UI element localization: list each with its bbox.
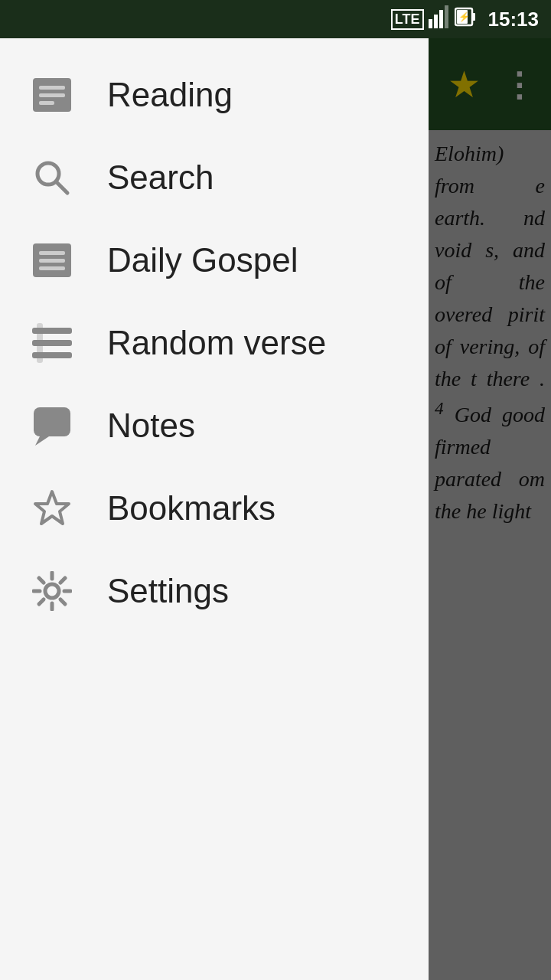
svg-rect-0 bbox=[429, 19, 432, 28]
svg-marker-15 bbox=[35, 436, 49, 446]
svg-marker-16 bbox=[35, 492, 69, 524]
navigation-drawer: Reading Search Daily Gospel bbox=[0, 38, 429, 980]
svg-rect-3 bbox=[445, 5, 448, 28]
svg-line-23 bbox=[60, 599, 65, 604]
sidebar-item-random-verse[interactable]: Random verse bbox=[0, 302, 429, 384]
chat-icon bbox=[31, 404, 73, 447]
daily-gospel-label: Daily Gospel bbox=[107, 241, 298, 279]
svg-point-17 bbox=[45, 584, 59, 598]
svg-rect-13 bbox=[37, 323, 43, 363]
battery-icon: ⚡ bbox=[455, 5, 476, 33]
bookmarks-label: Bookmarks bbox=[107, 489, 276, 528]
sidebar-item-bookmarks[interactable]: Bookmarks bbox=[0, 467, 429, 550]
random-verse-label: Random verse bbox=[107, 324, 326, 362]
svg-rect-1 bbox=[434, 15, 438, 28]
sidebar-item-daily-gospel[interactable]: Daily Gospel bbox=[0, 219, 429, 302]
lte-icon: LTE bbox=[391, 9, 424, 30]
sidebar-item-reading[interactable]: Reading bbox=[0, 54, 429, 136]
svg-rect-2 bbox=[439, 10, 443, 28]
svg-line-22 bbox=[39, 578, 44, 583]
svg-rect-5 bbox=[472, 13, 475, 21]
reading-label: Reading bbox=[107, 76, 233, 114]
sidebar-item-notes[interactable]: Notes bbox=[0, 384, 429, 467]
newspaper-icon bbox=[31, 239, 73, 282]
svg-text:⚡: ⚡ bbox=[458, 11, 470, 22]
time-display: 15:13 bbox=[488, 8, 540, 31]
sidebar-item-search[interactable]: Search bbox=[0, 136, 429, 219]
svg-rect-14 bbox=[34, 407, 70, 436]
star-icon bbox=[31, 487, 73, 530]
notes-label: Notes bbox=[107, 407, 195, 445]
status-bar: LTE ⚡ 15:13 bbox=[0, 0, 551, 38]
search-icon bbox=[31, 156, 73, 199]
list-icon bbox=[31, 322, 73, 364]
search-label: Search bbox=[107, 158, 214, 197]
status-icons: LTE ⚡ 15:13 bbox=[391, 5, 539, 33]
book-icon bbox=[31, 74, 73, 116]
gear-icon bbox=[31, 570, 73, 612]
svg-line-24 bbox=[60, 578, 65, 583]
svg-line-9 bbox=[56, 181, 67, 193]
settings-label: Settings bbox=[107, 572, 229, 610]
svg-line-25 bbox=[39, 599, 44, 604]
signal-icon bbox=[429, 5, 450, 33]
sidebar-item-settings[interactable]: Settings bbox=[0, 550, 429, 632]
